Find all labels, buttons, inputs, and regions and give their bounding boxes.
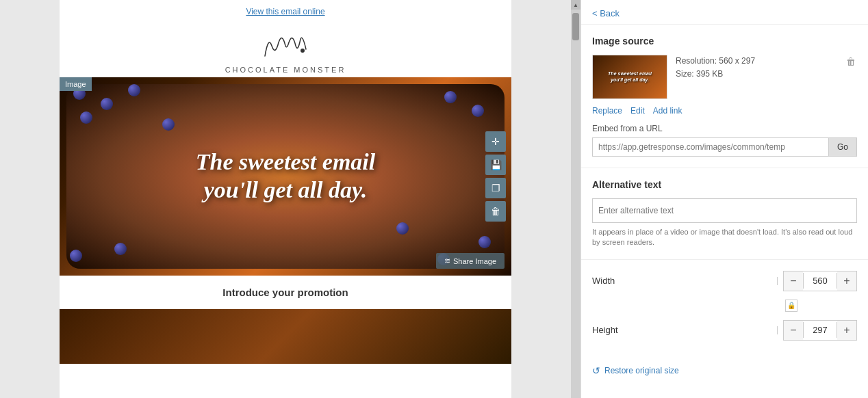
lock-connector-bottom bbox=[777, 326, 778, 334]
image-size: Size: 395 KB bbox=[676, 68, 837, 81]
waffle-text: The sweetest email you'll get all day. bbox=[196, 148, 376, 204]
move-button[interactable]: ✛ bbox=[485, 131, 506, 152]
waffle-image: The sweetest email you'll get all day. ≋… bbox=[60, 77, 511, 276]
width-decrease-button[interactable]: − bbox=[784, 271, 803, 291]
delete-button[interactable]: 🗑 bbox=[485, 201, 506, 222]
alt-text-hint: It appears in place of a video or image … bbox=[592, 227, 857, 248]
blueberry-6 bbox=[114, 243, 127, 255]
add-link-link[interactable]: Add link bbox=[653, 106, 682, 116]
back-link-container: < Back bbox=[581, 0, 868, 25]
share-image-button[interactable]: ≋ Share Image bbox=[436, 253, 505, 269]
connector-line-bottom bbox=[777, 326, 778, 334]
image-label: Image bbox=[60, 77, 92, 91]
delete-image-button[interactable]: 🗑 bbox=[845, 55, 857, 68]
image-source-section: Image source The sweetest emailyou'll ge… bbox=[581, 25, 868, 168]
edit-link[interactable]: Edit bbox=[630, 106, 645, 116]
url-input[interactable] bbox=[592, 137, 829, 157]
image-meta: Resolution: 560 x 297 Size: 395 KB bbox=[676, 55, 837, 81]
brand-logo-svg bbox=[258, 29, 313, 63]
scroll-thumb[interactable] bbox=[572, 13, 579, 40]
restore-label: Restore original size bbox=[604, 366, 679, 375]
email-preview: View this email online CHOCOLATE MONSTER… bbox=[0, 0, 571, 398]
dimensions-section: Width − 560 + 🔒 Height bbox=[581, 260, 868, 360]
brand-logo-area: CHOCOLATE MONSTER bbox=[60, 22, 511, 77]
brand-name: CHOCOLATE MONSTER bbox=[60, 66, 511, 74]
bottom-image-preview bbox=[60, 309, 511, 364]
width-increase-button[interactable]: + bbox=[837, 271, 856, 291]
blueberry-8 bbox=[472, 105, 484, 117]
image-actions: Replace Edit Add link bbox=[592, 106, 857, 116]
duplicate-button[interactable]: ❐ bbox=[485, 178, 506, 198]
right-panel: < Back Image source The sweetest emailyo… bbox=[580, 0, 868, 398]
svg-point-0 bbox=[301, 49, 305, 53]
width-row: Width − 560 + bbox=[592, 271, 857, 291]
share-icon: ≋ bbox=[444, 256, 450, 265]
back-link[interactable]: < Back bbox=[592, 8, 620, 18]
image-toolbar: ✛ 💾 ❐ 🗑 bbox=[485, 131, 506, 222]
blueberry-11 bbox=[162, 118, 175, 131]
blueberry-2 bbox=[101, 98, 113, 110]
height-control: − 297 + bbox=[783, 320, 857, 341]
blueberry-5 bbox=[70, 250, 82, 262]
blueberry-10 bbox=[478, 236, 491, 248]
alt-text-section: Alternative text It appears in place of … bbox=[581, 168, 868, 260]
replace-link[interactable]: Replace bbox=[592, 106, 622, 116]
thumbnail-wrapper: The sweetest emailyou'll get all day. bbox=[592, 55, 667, 99]
height-label: Height bbox=[592, 325, 633, 335]
width-label: Width bbox=[592, 276, 633, 286]
image-block: Image The sweetest email you'll get all … bbox=[60, 77, 511, 276]
image-resolution: Resolution: 560 x 297 bbox=[676, 55, 837, 68]
scrollbar: ▲ bbox=[571, 0, 580, 398]
blueberry-4 bbox=[80, 111, 92, 124]
alt-text-input[interactable] bbox=[592, 198, 857, 223]
height-decrease-button[interactable]: − bbox=[784, 321, 803, 340]
blueberry-7 bbox=[444, 91, 457, 103]
embed-url-title: Embed from a URL bbox=[592, 124, 857, 133]
save-button[interactable]: 💾 bbox=[485, 155, 506, 175]
lock-icon[interactable]: 🔒 bbox=[785, 300, 797, 312]
introduce-section: Introduce your promotion bbox=[60, 276, 511, 309]
image-source-row: The sweetest emailyou'll get all day. Re… bbox=[592, 55, 857, 99]
blueberry-3 bbox=[128, 84, 140, 96]
height-increase-button[interactable]: + bbox=[837, 321, 856, 340]
image-source-title: Image source bbox=[592, 36, 857, 47]
connector-line-top bbox=[777, 277, 778, 285]
height-row: Height − 297 + bbox=[592, 320, 857, 341]
alt-text-title: Alternative text bbox=[592, 179, 857, 190]
blueberry-12 bbox=[396, 222, 409, 235]
height-value: 297 bbox=[803, 322, 837, 338]
email-content: View this email online CHOCOLATE MONSTER… bbox=[60, 0, 511, 398]
image-thumbnail: The sweetest emailyou'll get all day. bbox=[592, 55, 667, 99]
lock-connector-top bbox=[777, 277, 778, 285]
go-button[interactable]: Go bbox=[829, 137, 857, 157]
scroll-up-button[interactable]: ▲ bbox=[571, 0, 580, 10]
url-row: Go bbox=[592, 137, 857, 157]
view-email-link[interactable]: View this email online bbox=[246, 7, 324, 16]
restore-link[interactable]: ↺ Restore original size bbox=[581, 360, 868, 382]
width-value: 560 bbox=[803, 273, 837, 289]
width-control: − 560 + bbox=[783, 271, 857, 291]
view-email-link-bar: View this email online bbox=[60, 0, 511, 22]
restore-icon: ↺ bbox=[592, 365, 600, 376]
